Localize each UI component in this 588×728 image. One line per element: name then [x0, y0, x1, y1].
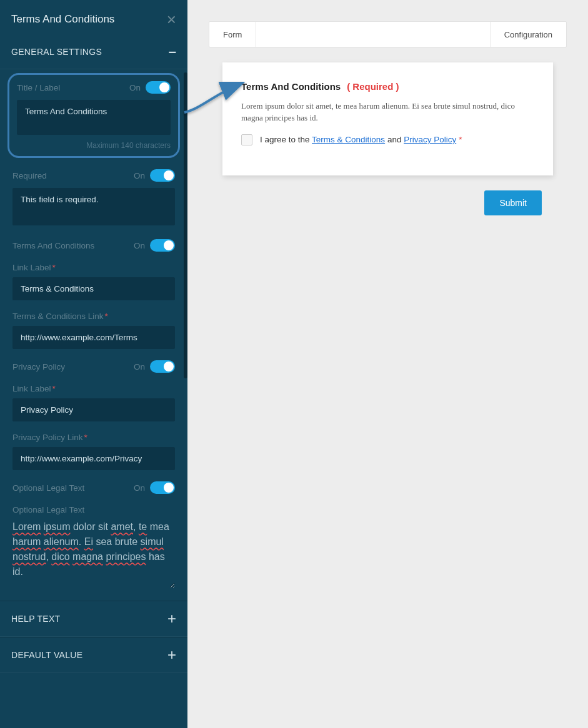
tc-url-label: Terms & Conditions Link* — [12, 312, 108, 321]
required-message-input[interactable] — [12, 188, 175, 225]
settings-sidebar: Terms And Conditions × GENERAL SETTINGS … — [0, 0, 187, 728]
pp-link-label-label: Link Label* — [12, 384, 56, 393]
tc-link-label-input[interactable] — [12, 277, 175, 300]
title-helper: Maximum 140 characters — [17, 141, 171, 150]
preview-title: Terms And Conditions — [241, 81, 341, 92]
title-highlight-box: Title / Label On Maximum 140 characters — [7, 73, 180, 158]
agree-text: I agree to the Terms & Conditions and Pr… — [260, 135, 462, 144]
pp-link-label-input[interactable] — [12, 398, 175, 421]
tc-toggle-label: Terms And Conditions — [12, 241, 94, 250]
main-panel: Form Configuration Terms And Conditions … — [187, 0, 588, 728]
collapse-icon: – — [169, 45, 176, 59]
section-general-label: GENERAL SETTINGS — [11, 47, 102, 57]
tab-form[interactable]: Form — [209, 22, 256, 47]
section-default-value[interactable]: DEFAULT VALUE + — [0, 637, 187, 673]
pp-url-input[interactable] — [12, 447, 175, 470]
agree-and: and — [385, 135, 404, 144]
tc-link-label-label: Link Label* — [12, 263, 56, 272]
pp-url-label: Privacy Policy Link* — [12, 433, 87, 442]
close-icon[interactable]: × — [167, 11, 176, 27]
title-input[interactable] — [17, 100, 171, 135]
title-label: Title / Label — [17, 83, 60, 92]
tc-toggle-text: On — [134, 241, 145, 250]
agree-checkbox[interactable] — [241, 134, 252, 145]
preview-legal-text: Lorem ipsum dolor sit amet, te mea harum… — [241, 101, 534, 124]
pp-toggle-text: On — [134, 362, 145, 371]
title-toggle-label: On — [129, 83, 141, 92]
pp-toggle[interactable] — [150, 360, 175, 373]
section-default-label: DEFAULT VALUE — [11, 650, 82, 660]
tc-toggle[interactable] — [150, 239, 175, 252]
plus-icon: + — [167, 611, 176, 626]
tab-configuration[interactable]: Configuration — [490, 22, 566, 47]
preview-required-badge: ( Required ) — [347, 81, 399, 92]
required-toggle-label: On — [134, 171, 145, 180]
required-toggle[interactable] — [150, 169, 175, 182]
opt-legal-toggle-label: Optional Legal Text — [12, 483, 84, 493]
opt-legal-toggle-text: On — [134, 483, 145, 493]
agree-asterisk: * — [459, 135, 462, 144]
tabs: Form Configuration — [209, 21, 567, 47]
section-help-text[interactable]: HELP TEXT + — [0, 601, 187, 637]
pp-toggle-label: Privacy Policy — [12, 362, 65, 371]
section-general-settings[interactable]: GENERAL SETTINGS – — [0, 35, 187, 69]
title-toggle[interactable] — [146, 81, 171, 94]
opt-legal-input[interactable]: Lorem ipsum dolor sit amet, te mea harum… — [12, 519, 175, 588]
agree-prefix: I agree to the — [260, 135, 312, 144]
agree-row: I agree to the Terms & Conditions and Pr… — [241, 134, 534, 145]
required-label: Required — [12, 171, 47, 180]
privacy-link[interactable]: Privacy Policy — [404, 135, 456, 144]
sidebar-title: Terms And Conditions — [11, 13, 114, 26]
opt-legal-toggle[interactable] — [150, 481, 175, 494]
terms-link[interactable]: Terms & Conditions — [312, 135, 385, 144]
sidebar-header: Terms And Conditions × — [0, 0, 187, 35]
preview-card: Terms And Conditions ( Required ) Lorem … — [222, 62, 553, 175]
opt-legal-input-label: Optional Legal Text — [12, 505, 84, 514]
plus-icon: + — [167, 647, 176, 662]
section-help-label: HELP TEXT — [11, 614, 60, 624]
submit-button[interactable]: Submit — [484, 190, 542, 215]
sidebar-scroll[interactable]: GENERAL SETTINGS – Title / Label On Maxi… — [0, 35, 187, 728]
tc-url-input[interactable] — [12, 326, 175, 349]
